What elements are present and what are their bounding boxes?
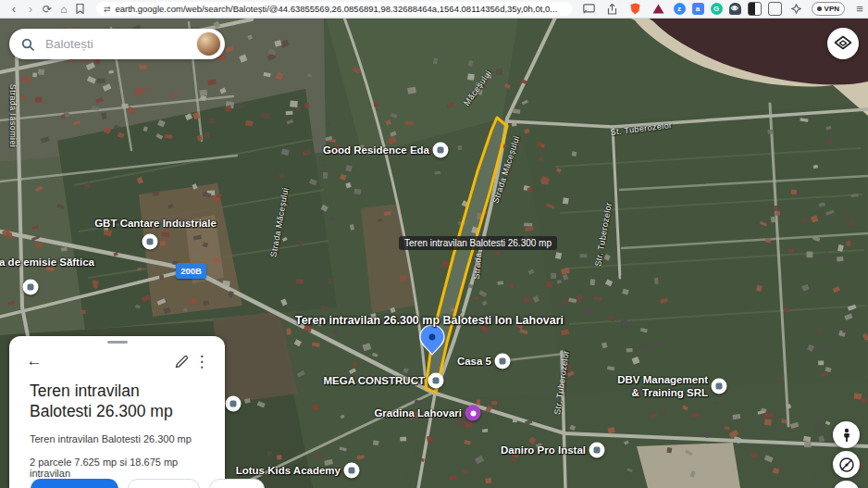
poi-marker[interactable] [226, 396, 242, 412]
back-icon[interactable]: ‹ [6, 2, 22, 16]
business-icon [230, 401, 237, 407]
business-icon [433, 378, 440, 384]
vpn-button[interactable]: VPN [812, 2, 845, 16]
business-icon [716, 383, 723, 390]
poi-marker[interactable] [589, 443, 605, 458]
grammarly-extension-icon[interactable]: G [711, 3, 723, 15]
place-title: Teren intravilan Balotesti 26.300 mp [30, 381, 205, 421]
business-icon [594, 447, 601, 454]
primary-action-button[interactable] [31, 479, 118, 488]
google-earth-window: Teren intravilan Balotesti 26.300 mp Ter… [0, 0, 868, 488]
poi-marker[interactable] [465, 406, 481, 421]
translate-extension-icon[interactable]: a [692, 3, 704, 15]
menu-icon[interactable]: ≡ [851, 2, 868, 16]
business-icon [349, 468, 355, 474]
url-bar[interactable]: ⇄ earth.google.com/web/search/Balotești/… [96, 2, 572, 16]
poi-marker[interactable] [428, 373, 444, 389]
bookmark-icon[interactable] [72, 2, 89, 16]
poi-marker[interactable] [143, 234, 158, 250]
more-options-button[interactable]: ⋮ [192, 351, 212, 371]
drag-handle[interactable] [107, 341, 128, 344]
poi-marker[interactable] [712, 379, 727, 394]
forward-icon[interactable]: › [22, 2, 39, 16]
reload-icon[interactable]: ⟳ [39, 2, 56, 16]
business-icon [147, 239, 154, 245]
zoom-extension-icon[interactable]: z [674, 3, 686, 15]
poi-marker[interactable] [433, 143, 449, 158]
spark-extension-icon[interactable] [788, 2, 805, 16]
site-info-icon[interactable]: ⇄ [104, 5, 111, 14]
darkreader-extension-icon[interactable] [748, 2, 762, 16]
compass-button[interactable] [833, 451, 860, 478]
search-input[interactable] [43, 36, 197, 52]
home-icon[interactable]: ⌂ [56, 2, 72, 16]
secondary-action-button[interactable] [128, 479, 200, 488]
poi-marker[interactable] [23, 280, 39, 295]
place-details: 2 parcele 7.625 mp si 18.675 mp intravil… [30, 457, 205, 479]
edit-button[interactable] [171, 351, 192, 371]
place-description: Teren intravilan Balotesti 26.300 mp [30, 433, 205, 444]
triangle-extension-icon[interactable] [651, 2, 667, 16]
layers-icon [834, 35, 852, 52]
map-style-button[interactable] [827, 28, 859, 59]
poi-marker[interactable] [495, 354, 511, 369]
compass-disabled-icon [838, 457, 855, 473]
url-text: earth.google.com/web/search/Balotești/@4… [115, 4, 557, 14]
earth-search-bar[interactable] [9, 29, 225, 59]
avatar[interactable] [197, 32, 220, 56]
cast-icon[interactable] [581, 2, 598, 16]
poi-marker[interactable] [344, 463, 360, 479]
pegman-icon [840, 428, 853, 443]
tertiary-action-button[interactable] [209, 479, 265, 488]
business-icon [28, 284, 34, 291]
share-icon[interactable] [604, 2, 621, 16]
lodging-icon [470, 410, 476, 416]
business-icon [500, 358, 506, 365]
vpn-label: VPN [825, 5, 839, 13]
ghostery-extension-icon[interactable]: 👁 [729, 3, 741, 15]
business-icon [438, 147, 444, 154]
wallet-extension-icon[interactable] [768, 2, 782, 16]
pegman-button[interactable] [833, 421, 860, 448]
browser-toolbar: ‹ › ⟳ ⌂ ⇄ earth.google.com/web/search/Ba… [0, 0, 868, 19]
place-details-panel: ← ⋮ Teren intravilan Balotesti 26.300 mp… [9, 336, 225, 488]
vpn-status-dot [817, 6, 822, 11]
brave-shield-icon[interactable] [627, 2, 644, 16]
panel-back-button[interactable]: ← [24, 351, 44, 371]
search-icon [21, 38, 34, 51]
